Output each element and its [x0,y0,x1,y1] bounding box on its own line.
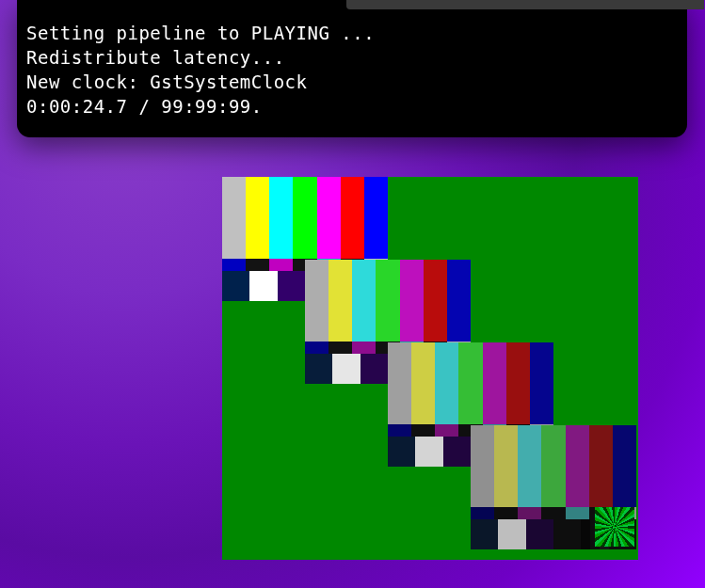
terminal-line: 0:00:24.7 / 99:99:99. [26,94,678,119]
terminal-line: Redistribute latency... [26,45,678,70]
terminal-line: New clock: GstSystemClock [26,70,678,94]
video-output-window[interactable] [222,177,638,560]
terminal-titlebar[interactable] [346,0,704,9]
desktop-background: Setting pipeline to PLAYING ... Redistri… [0,0,705,588]
noise-patch [595,507,634,547]
smpte-tile-4 [471,425,636,549]
terminal-line: Setting pipeline to PLAYING ... [26,21,678,45]
terminal-window[interactable]: Setting pipeline to PLAYING ... Redistri… [17,0,687,137]
